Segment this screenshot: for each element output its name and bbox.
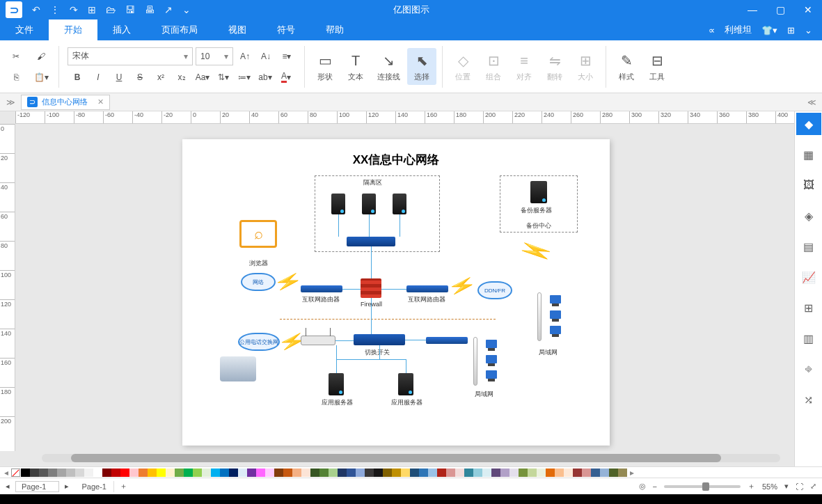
tools-tool[interactable]: ⊟工具 (642, 48, 672, 85)
canvas[interactable]: XX信息中心网络 隔离区 备份服务器 备份中心 ⌕ 浏览器 网络 ⚡ (15, 124, 794, 451)
print-button[interactable]: 🖶 (145, 4, 155, 15)
subscript-button[interactable]: x₂ (173, 68, 191, 86)
firewall[interactable] (361, 278, 381, 298)
lan2-pc3[interactable] (550, 326, 561, 334)
browser-monitor[interactable]: ⌕ (239, 220, 277, 248)
font-size-select[interactable]: 10▾ (196, 47, 233, 65)
random-panel-button[interactable]: ⤮ (796, 388, 821, 411)
color-swatch[interactable] (102, 468, 111, 477)
case-button[interactable]: Aa▾ (193, 68, 212, 86)
color-swatch[interactable] (39, 468, 48, 477)
qat-more[interactable]: ⌄ (182, 4, 191, 15)
add-page-button[interactable]: ＋ (120, 481, 127, 491)
page[interactable]: XX信息中心网络 隔离区 备份服务器 备份中心 ⌕ 浏览器 网络 ⚡ (182, 139, 610, 446)
color-swatch[interactable] (491, 468, 500, 477)
color-swatch[interactable] (265, 468, 274, 477)
minimize-button[interactable]: — (738, 4, 766, 15)
zoom-slider[interactable] (664, 485, 741, 488)
tab-file[interactable]: 文件 (0, 19, 49, 40)
highlight-button[interactable]: ab▾ (256, 68, 274, 86)
network-cloud[interactable]: 网络 (241, 273, 276, 291)
color-swatch[interactable] (310, 468, 319, 477)
backup-server[interactable] (530, 181, 547, 203)
router-3[interactable] (426, 337, 468, 344)
router-1[interactable] (301, 285, 342, 292)
color-swatch[interactable] (157, 468, 166, 477)
image-panel-button[interactable]: 🖼 (796, 174, 821, 196)
dmz-switch[interactable] (347, 237, 395, 246)
color-next[interactable]: ▸ (630, 468, 634, 478)
document-tab[interactable]: ⊃ 信息中心网络 ✕ (21, 95, 110, 110)
tab-symbol[interactable]: 符号 (262, 19, 310, 40)
app-server-2[interactable] (398, 373, 413, 395)
color-swatch[interactable] (184, 468, 193, 477)
color-swatch[interactable] (229, 468, 238, 477)
color-swatch[interactable] (329, 468, 338, 477)
target-icon[interactable]: ◎ (639, 482, 646, 491)
color-swatch[interactable] (356, 468, 365, 477)
expand-panel-button[interactable]: ≫ (0, 97, 21, 107)
color-swatch[interactable] (48, 468, 57, 477)
color-swatch[interactable] (93, 468, 102, 477)
bold-button[interactable]: B (68, 68, 86, 86)
color-swatch[interactable] (401, 468, 410, 477)
lan2-pc2[interactable] (550, 310, 561, 319)
close-tab-button[interactable]: ✕ (97, 97, 104, 107)
style-tool[interactable]: ✎样式 (612, 48, 641, 85)
color-swatch[interactable] (111, 468, 120, 477)
color-swatch[interactable] (57, 468, 66, 477)
color-swatch[interactable] (301, 468, 310, 477)
color-swatch[interactable] (175, 468, 184, 477)
chart-panel-button[interactable]: 📈 (796, 266, 821, 288)
lan1-pc1[interactable] (486, 340, 497, 348)
color-swatch[interactable] (211, 468, 220, 477)
color-swatch[interactable] (528, 468, 537, 477)
color-swatch[interactable] (537, 468, 546, 477)
color-swatch[interactable] (292, 468, 301, 477)
tab-view[interactable]: 视图 (213, 19, 262, 40)
maximize-button[interactable]: ▢ (766, 4, 794, 15)
close-button[interactable]: ✕ (794, 4, 822, 15)
color-swatch[interactable] (600, 468, 609, 477)
color-swatch[interactable] (129, 468, 139, 477)
font-color-button[interactable]: A▾ (277, 68, 295, 86)
color-swatch[interactable] (428, 468, 437, 477)
color-swatch[interactable] (283, 468, 292, 477)
shape-tool[interactable]: ▭形状 (310, 48, 340, 85)
theme-panel-button[interactable]: ◆ (796, 113, 821, 135)
color-swatch[interactable] (573, 468, 582, 477)
superscript-button[interactable]: x² (152, 68, 170, 86)
grid-panel-button[interactable]: ▦ (796, 143, 821, 166)
color-swatch[interactable] (473, 468, 482, 477)
color-swatch[interactable] (75, 468, 84, 477)
color-swatch[interactable] (609, 468, 618, 477)
dmz-server-3[interactable] (393, 194, 406, 214)
cut-button[interactable]: ✂ (7, 47, 25, 65)
share-icon[interactable]: ∝ (709, 25, 715, 36)
lan-bus-1[interactable] (473, 337, 477, 386)
color-swatch[interactable] (410, 468, 419, 477)
page-select[interactable]: Page-1 (15, 481, 59, 492)
strike-button[interactable]: S (131, 68, 149, 86)
color-swatch[interactable] (446, 468, 455, 477)
user-name[interactable]: 利维坦 (725, 24, 752, 36)
color-swatch[interactable] (139, 468, 148, 477)
apps-icon[interactable]: ⊞ (787, 25, 795, 36)
main-switch[interactable] (354, 334, 405, 345)
zoom-out-button[interactable]: − (653, 482, 657, 491)
color-swatch[interactable] (247, 468, 256, 477)
grow-font-button[interactable]: A↑ (236, 47, 254, 65)
outline-panel-button[interactable]: ⎆ (796, 358, 821, 380)
color-swatch[interactable] (202, 468, 211, 477)
pstn-cloud[interactable]: 公用电话交换网 (238, 333, 280, 351)
color-swatch[interactable] (555, 468, 564, 477)
tab-insert[interactable]: 插入 (97, 19, 146, 40)
page-tab[interactable]: Page-1 (74, 481, 113, 492)
color-swatch[interactable] (419, 468, 428, 477)
redo-button[interactable]: ↷ (70, 4, 78, 15)
collapse-panel-button[interactable]: ≪ (801, 97, 822, 107)
color-swatch[interactable] (120, 468, 129, 477)
color-swatch[interactable] (564, 468, 573, 477)
select-tool[interactable]: ⬉选择 (407, 48, 436, 85)
color-swatch[interactable] (383, 468, 392, 477)
